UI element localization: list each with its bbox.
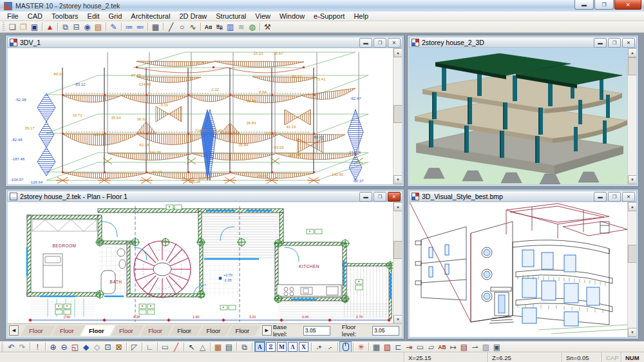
base-level-input[interactable]	[303, 326, 330, 336]
scroll-thumb[interactable]	[393, 105, 402, 123]
wireframe-canvas[interactable]: ▲ ▼	[410, 202, 636, 337]
child-minimize-button[interactable]: ▬	[359, 38, 372, 48]
tab-floor-0[interactable]: Floor 0	[52, 325, 85, 336]
layer-a-button[interactable]: A	[255, 342, 265, 352]
tab-floor-3[interactable]: Floor 3	[140, 325, 173, 336]
open-file-icon[interactable]: ❐	[18, 22, 29, 32]
tabs-scroll-left-icon[interactable]: ◀	[9, 325, 19, 336]
extend-icon[interactable]: ↦	[448, 342, 459, 352]
scroll-down-icon[interactable]: ▼	[628, 175, 636, 184]
zoom-scale-icon[interactable]: ◇	[91, 342, 102, 352]
scroll-thumb[interactable]	[393, 241, 402, 259]
print-icon[interactable]: ⊟	[71, 22, 82, 32]
zoom-out-icon[interactable]: ⊖	[59, 342, 70, 352]
frame-icon[interactable]: ▣	[491, 342, 502, 352]
child-restore-button[interactable]: ❐	[374, 38, 386, 48]
section-icon[interactable]: ▤	[459, 342, 469, 352]
profile-icon[interactable]: ⊏	[393, 342, 404, 352]
render-3d-canvas[interactable]: ▲ ▼	[410, 48, 636, 184]
child-close-button[interactable]: ✕	[388, 192, 401, 202]
child-minimize-button[interactable]: ▬	[359, 192, 372, 202]
child-close-button[interactable]: ✕	[622, 38, 635, 48]
tab-floor-1[interactable]: Floor 1	[80, 325, 115, 336]
menu-help[interactable]: Help	[349, 12, 373, 20]
zoom-in-icon[interactable]: ⊕	[48, 342, 59, 352]
redo-icon[interactable]: ↷	[17, 342, 28, 352]
new-file-icon[interactable]: ❏	[7, 22, 18, 32]
minimize-button[interactable]: ▬	[574, 0, 594, 10]
layer-x-button[interactable]: X	[299, 342, 308, 352]
child-close-button[interactable]: ✕	[622, 192, 635, 202]
restore-button[interactable]: ❐	[594, 0, 614, 10]
hatch-icon[interactable]: ≋	[236, 22, 247, 32]
line-draw-icon[interactable]: ╱	[171, 342, 182, 352]
scroll-down-icon[interactable]: ▼	[393, 175, 402, 184]
save-icon[interactable]: ▣	[29, 22, 40, 32]
tab-floor-5[interactable]: Floor 5	[198, 325, 231, 336]
select-icon[interactable]: ↖	[186, 342, 197, 352]
menu-window[interactable]: Window	[275, 12, 309, 20]
snap-corner-icon[interactable]: ◸	[129, 342, 140, 352]
slab-icon[interactable]: ▱	[426, 342, 437, 352]
undo-icon[interactable]: ↶	[6, 342, 17, 352]
dimension-icon[interactable]: ↹	[214, 22, 225, 32]
scroll-up-icon[interactable]: ▲	[628, 202, 636, 211]
settings-tools-icon[interactable]: ⚒	[262, 22, 273, 32]
tab-floor-6[interactable]: Floor 6	[227, 325, 261, 336]
menu-grid[interactable]: Grid	[104, 12, 127, 20]
floor-level-input[interactable]	[372, 326, 399, 336]
text-style-icon[interactable]: Aα	[203, 22, 214, 32]
pattern-icon[interactable]: ▨	[480, 342, 491, 352]
rectangle-icon[interactable]: ▭	[160, 342, 171, 352]
tab-floor-4[interactable]: Floor 4	[169, 325, 202, 336]
cad-transfer-icon[interactable]: ▲	[44, 22, 55, 32]
zoom-extents-icon[interactable]: ⊡	[102, 342, 113, 352]
circle-icon[interactable]: ○	[176, 22, 187, 32]
error-check-icon[interactable]: !	[32, 342, 43, 352]
scroll-thumb[interactable]	[628, 57, 636, 75]
layer-lambda-button[interactable]: Λ	[288, 342, 298, 352]
table-icon[interactable]: ▤	[223, 342, 234, 352]
menu-edit[interactable]: Edit	[83, 12, 104, 20]
grid-icon[interactable]: ▦	[150, 22, 161, 32]
scroll-up-icon[interactable]: ▲	[393, 202, 402, 211]
menu-2d-draw[interactable]: 2D Draw	[175, 12, 211, 20]
menu-toolbars[interactable]: Toolbars	[47, 12, 83, 20]
layer-m-button[interactable]: M	[277, 342, 287, 352]
vertical-scrollbar[interactable]: ▲ ▼	[627, 202, 636, 337]
table-edit-icon[interactable]: ▦	[213, 342, 223, 352]
scroll-up-icon[interactable]: ▲	[393, 48, 402, 57]
vertical-scrollbar[interactable]: ▲ ▼	[393, 48, 402, 184]
decimal-plus-icon[interactable]: .+	[314, 342, 325, 352]
align-icon[interactable]: ⇥	[404, 342, 415, 352]
menu-architectural[interactable]: Architectural	[126, 12, 175, 20]
menu-cad[interactable]: CAD	[23, 12, 47, 20]
entity-list-icon[interactable]: ≔	[124, 22, 135, 32]
materials-cart-icon[interactable]: ◍	[247, 22, 258, 32]
tabs-scroll-right-icon[interactable]: ▶	[262, 325, 272, 336]
window-plan-titlebar[interactable]: 2storey house_2.tek - Plan - Floor 1 ▬ ❐…	[7, 191, 402, 202]
zoom-dynamic-icon[interactable]: ◆	[80, 342, 91, 352]
structural-diagram-canvas[interactable]: -15.1015.67-27.41-53.1273.41-89.93-83.12…	[8, 48, 402, 184]
child-close-button[interactable]: ✕	[388, 38, 401, 48]
layers-export-icon[interactable]: ▤	[93, 22, 104, 32]
hatch-region-icon[interactable]: ▨	[382, 342, 393, 352]
zoom-previous-icon[interactable]: ⊠	[113, 342, 124, 352]
mouse-settings-icon[interactable]	[340, 342, 351, 352]
child-restore-button[interactable]: ❐	[374, 192, 386, 202]
floor-plan-canvas[interactable]: 2.90 4.28 1.90 3.20 3.45 2.70 +2.70 -1.0…	[8, 202, 402, 324]
zoom-window-icon[interactable]: ◱	[70, 342, 80, 352]
measure-angle-icon[interactable]: △	[197, 342, 208, 352]
beam-section-icon[interactable]: ▭	[415, 342, 426, 352]
child-restore-button[interactable]: ❐	[608, 192, 621, 202]
copy-icon[interactable]: ⧉	[60, 22, 71, 32]
tab-floor--1[interactable]: Floor -1	[21, 325, 56, 336]
menu-view[interactable]: View	[251, 12, 275, 20]
menu-file[interactable]: File	[3, 12, 23, 20]
close-button[interactable]: ✕	[614, 0, 641, 10]
menu-e-support[interactable]: e-Support	[309, 12, 349, 20]
window-3dv1-titlebar[interactable]: 3DV_1 ▬ ❐ ✕	[7, 37, 402, 48]
window-visual-titlebar[interactable]: 3D_Visual_Style_best.bmp ▬ ❐ ✕	[409, 191, 637, 202]
grid-snap-icon[interactable]: ▦	[371, 342, 382, 352]
ble-blocks-icon[interactable]: ▥	[225, 22, 236, 32]
